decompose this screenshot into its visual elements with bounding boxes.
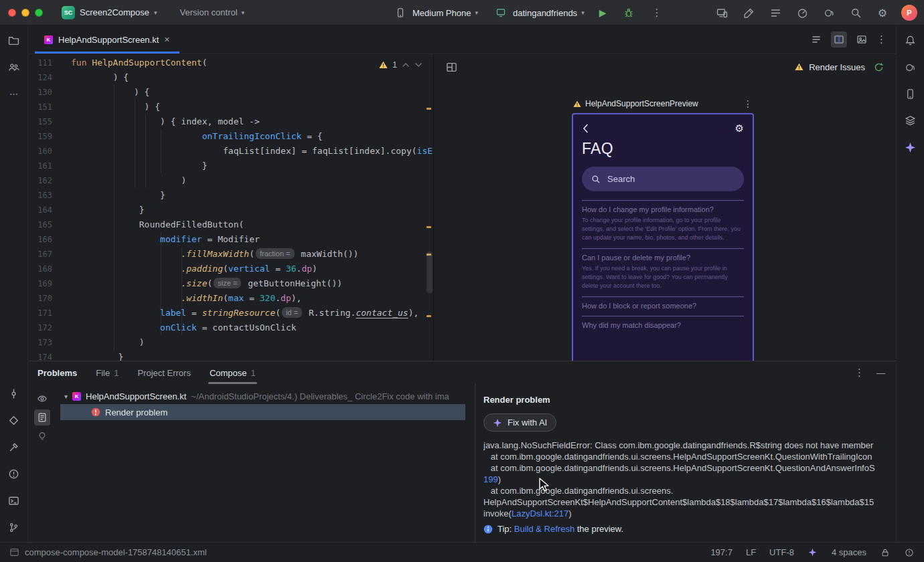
- more-run-actions-icon[interactable]: ⋮: [651, 7, 662, 19]
- statusbar-file[interactable]: compose-compose-model-1758748140651.xml: [9, 547, 207, 557]
- faq-search-bar[interactable]: Search: [582, 167, 744, 191]
- code-line[interactable]: 151 ) {: [28, 100, 433, 114]
- code-area[interactable]: 111fun HelpAndSupportContent(124 ) {130 …: [28, 54, 433, 361]
- gradle-icon[interactable]: [821, 5, 837, 21]
- back-icon[interactable]: [582, 123, 589, 134]
- code-line[interactable]: 172 onClick = contactUsOnClick: [28, 320, 433, 335]
- code-line[interactable]: 174 }: [28, 350, 433, 361]
- code-line[interactable]: 130 ) {: [28, 85, 433, 100]
- gemini-status-icon[interactable]: [807, 547, 818, 558]
- tab-file[interactable]: File 1: [96, 361, 119, 384]
- code-line[interactable]: 169 .size(size = getButtonHeight()): [28, 276, 433, 291]
- code-line[interactable]: 170 .widthIn(max = 320.dp),: [28, 291, 433, 306]
- search-icon[interactable]: [848, 5, 864, 21]
- project-selector[interactable]: SC Screen2Compose ▾: [62, 6, 157, 19]
- fix-with-ai-button[interactable]: Fix with AI: [483, 413, 556, 432]
- build-refresh-link[interactable]: Build & Refresh: [514, 524, 574, 534]
- device-selector[interactable]: Medium Phone ▾: [392, 5, 478, 21]
- close-tab-icon[interactable]: ×: [164, 34, 169, 45]
- tab-options-icon[interactable]: ⋮: [876, 33, 887, 45]
- settings-icon[interactable]: ⚙: [874, 5, 891, 21]
- project-tool-icon[interactable]: [6, 32, 22, 48]
- problems-tree: ▾ K HelpAndSupportScreen.kt ~/AndroidStu…: [56, 384, 475, 543]
- code-editor[interactable]: 111fun HelpAndSupportContent(124 ) {130 …: [28, 54, 434, 361]
- minimize-window-button[interactable]: [21, 9, 29, 17]
- line-separator[interactable]: LF: [746, 547, 756, 557]
- resource-manager-icon[interactable]: [903, 112, 919, 128]
- code-line[interactable]: 164 }: [28, 203, 433, 217]
- split-mode-icon[interactable]: [831, 31, 847, 48]
- close-window-button[interactable]: [8, 9, 16, 17]
- build-variants-icon[interactable]: [6, 412, 22, 428]
- ai-assistant-icon[interactable]: [741, 5, 757, 21]
- git-icon[interactable]: [6, 519, 22, 535]
- device-manager-icon[interactable]: [903, 86, 919, 102]
- code-line[interactable]: 168 .padding(vertical = 36.dp): [28, 262, 433, 276]
- lock-icon[interactable]: [880, 547, 891, 558]
- faq-question[interactable]: How do I change my profile information?: [582, 205, 744, 213]
- panel-options-icon[interactable]: ⋮: [854, 367, 864, 379]
- run-button[interactable]: ▶: [599, 7, 607, 18]
- terminal-icon[interactable]: [6, 492, 22, 508]
- code-line[interactable]: 161 }: [28, 159, 433, 173]
- stack-trace-link[interactable]: LazyDsl.kt:217: [512, 508, 568, 519]
- render-issues-label[interactable]: Render Issues: [809, 62, 865, 72]
- inspections-status-icon[interactable]: [904, 547, 915, 558]
- design-mode-icon[interactable]: [854, 31, 870, 48]
- preview-phone-frame[interactable]: ⚙ FAQ Search How do I change my profile …: [572, 113, 754, 361]
- code-line[interactable]: 159 onTrailingIconClick = {: [28, 129, 433, 144]
- details-view-icon[interactable]: [34, 409, 50, 426]
- chevron-down-icon[interactable]: ▾: [64, 393, 68, 400]
- tab-label: Project Errors: [137, 368, 190, 378]
- debug-button[interactable]: [621, 5, 637, 21]
- code-line[interactable]: 124 ) {: [28, 70, 433, 85]
- faq-question[interactable]: How do I block or report someone?: [582, 302, 744, 310]
- inspections-widget[interactable]: 1: [376, 59, 425, 71]
- code-line[interactable]: 160 faqList[index] = faqList[index].copy…: [28, 144, 433, 159]
- build-refresh-icon[interactable]: [870, 59, 887, 75]
- indent-setting[interactable]: 4 spaces: [832, 547, 866, 557]
- code-mode-icon[interactable]: [808, 31, 824, 48]
- render-problem-row[interactable]: Render problem: [60, 404, 465, 420]
- preview-problem-icon[interactable]: [34, 391, 50, 407]
- preview-options-icon[interactable]: ⋮: [743, 98, 753, 109]
- problems-file-row[interactable]: ▾ K HelpAndSupportScreen.kt ~/AndroidStu…: [56, 388, 475, 404]
- file-encoding[interactable]: UTF-8: [769, 547, 794, 557]
- mirror-device-icon[interactable]: [714, 5, 730, 21]
- code-line[interactable]: 162 ): [28, 173, 433, 188]
- more-tool-windows-icon[interactable]: ⋯: [6, 86, 22, 102]
- vcs-widget[interactable]: Version control ▾: [180, 7, 245, 17]
- todo-icon[interactable]: [767, 5, 783, 21]
- code-line[interactable]: 155 ) { index, model ->: [28, 114, 433, 129]
- profiler-icon[interactable]: [794, 5, 810, 21]
- pull-requests-icon[interactable]: [6, 59, 22, 75]
- code-line[interactable]: 166 modifier = Modifier: [28, 232, 433, 247]
- stack-trace-link[interactable]: 199: [483, 474, 498, 484]
- quick-fix-bulb-icon[interactable]: [34, 428, 50, 444]
- editor-scrollbar[interactable]: [427, 252, 433, 293]
- faq-question[interactable]: Why did my match disappear?: [582, 321, 744, 329]
- ui-check-mode-icon[interactable]: [443, 59, 459, 75]
- caret-position[interactable]: 197:7: [710, 547, 733, 557]
- problems-icon[interactable]: [6, 466, 22, 482]
- gemini-icon[interactable]: [903, 139, 919, 155]
- preview-settings-icon[interactable]: ⚙: [735, 122, 744, 134]
- run-config-selector[interactable]: datingandfriends ▾: [493, 5, 585, 21]
- hide-panel-icon[interactable]: —: [876, 368, 885, 378]
- gradle-tool-icon[interactable]: [903, 59, 919, 75]
- code-line[interactable]: 173 ): [28, 335, 433, 350]
- faq-question[interactable]: Can I pause or delete my profile?: [582, 254, 744, 262]
- build-icon[interactable]: [6, 439, 22, 455]
- tab-project-errors[interactable]: Project Errors: [137, 361, 190, 384]
- commit-icon[interactable]: [6, 385, 22, 401]
- code-line[interactable]: 111fun HelpAndSupportContent(: [28, 56, 433, 70]
- tab-compose[interactable]: Compose 1: [210, 361, 256, 384]
- user-avatar[interactable]: P: [901, 5, 917, 21]
- code-line[interactable]: 167 .fillMaxWidth(fraction = maxWidth()): [28, 247, 433, 262]
- tab-helpandsupportscreen[interactable]: K HelpAndSupportScreen.kt ×: [35, 25, 179, 54]
- zoom-window-button[interactable]: [35, 9, 43, 17]
- code-line[interactable]: 171 label = stringResource(id = R.string…: [28, 306, 433, 320]
- code-line[interactable]: 165 RoundedFilledButton(: [28, 217, 433, 232]
- notifications-icon[interactable]: [903, 32, 919, 48]
- code-line[interactable]: 163 }: [28, 188, 433, 203]
